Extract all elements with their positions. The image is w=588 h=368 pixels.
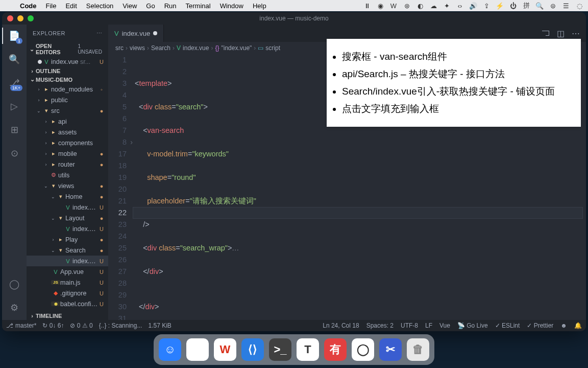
open-editors-section[interactable]: ⌄ OPEN EDITORS 1 UNSAVED [27, 42, 108, 56]
app-name[interactable]: Code [15, 2, 41, 10]
status-prettier[interactable]: ✓ Prettier [527, 322, 553, 329]
tree-item[interactable]: ⌄▾views● [27, 180, 108, 191]
tab-index-vue[interactable]: V index.vue [108, 25, 164, 42]
tray-icon[interactable]: 🔍 [535, 2, 544, 10]
dock-app-icon[interactable]: 有 [324, 338, 347, 361]
status-language[interactable]: Vue [439, 322, 450, 329]
tree-item[interactable]: VApp.vueU [27, 266, 108, 277]
tray-icon[interactable]: ‹› [455, 2, 464, 10]
status-encoding[interactable]: UTF-8 [401, 322, 418, 329]
dock-app-icon[interactable]: T [297, 338, 319, 361]
tray-icon[interactable]: W [389, 2, 398, 10]
dock-app-icon[interactable]: ◯ [352, 338, 374, 361]
split-editor-icon[interactable]: ◫ [557, 29, 565, 38]
timeline-section[interactable]: › TIMELINE [27, 312, 108, 320]
source-control-icon[interactable]: ⎇1K+ [7, 76, 21, 90]
status-eslint[interactable]: ✓ ESLint [495, 322, 520, 329]
project-section[interactable]: ⌄ MUSIC-DEMO [27, 75, 108, 84]
tree-item[interactable]: ›▸Play● [27, 234, 108, 245]
status-sync[interactable]: ↻ 0↓ 6↑ [42, 322, 64, 329]
menu-run[interactable]: Run [160, 2, 181, 10]
minimize-icon[interactable] [17, 15, 23, 21]
dock-app-icon[interactable]: ✂ [379, 338, 402, 361]
tray-icon[interactable]: ✦ [442, 2, 451, 10]
crumb[interactable]: views [130, 44, 145, 52]
tray-icon[interactable]: ☰ [561, 2, 571, 10]
tree-item[interactable]: ›▸mobile● [27, 148, 108, 159]
run-debug-icon[interactable]: ▷ [7, 99, 21, 113]
tray-icon[interactable]: ⚡ [495, 2, 504, 10]
menu-view[interactable]: View [118, 2, 141, 10]
crumb[interactable]: src [115, 44, 124, 52]
tray-icon[interactable]: ⊜ [548, 2, 557, 10]
extensions-icon[interactable]: ⊞ [7, 123, 21, 137]
tray-icon[interactable]: ◌ [575, 2, 584, 10]
dock-app-icon[interactable]: >_ [269, 338, 291, 361]
outline-section[interactable]: › OUTLINE [27, 67, 108, 75]
status-golive[interactable]: 📡 Go Live [457, 322, 488, 329]
crumb[interactable]: script [265, 44, 280, 52]
status-eol[interactable]: LF [425, 322, 432, 329]
tray-icon[interactable]: ⏻ [508, 2, 518, 10]
tree-item[interactable]: ⌄▾Home● [27, 191, 108, 202]
tree-item[interactable]: ›▸router● [27, 159, 108, 170]
tray-icon[interactable]: ◐ [415, 2, 425, 10]
menu-window[interactable]: Window [215, 2, 248, 10]
tree-item[interactable]: ◉babel.config....U [27, 298, 108, 309]
dock-app-icon[interactable]: W [214, 338, 236, 361]
tree-item[interactable]: ›▸assets [27, 127, 108, 137]
account-icon[interactable]: ◯ [7, 277, 21, 291]
status-cursor[interactable]: Ln 24, Col 18 [323, 322, 359, 329]
menu-edit[interactable]: Edit [61, 2, 81, 10]
dock-app-icon[interactable]: ⟨⟩ [241, 338, 264, 361]
zoom-icon[interactable] [28, 15, 34, 21]
tree-item[interactable]: ⌄▾Layout● [27, 213, 108, 223]
sidebar-more-icon[interactable]: ⋯ [96, 30, 103, 37]
dock-app-icon[interactable]: ◎ [186, 338, 209, 361]
tray-icon[interactable]: ⏸ [362, 2, 372, 10]
tree-item[interactable]: ›▸api [27, 116, 108, 127]
dock-app-icon[interactable]: 🗑 [407, 338, 429, 361]
dock-app-icon[interactable]: ☺ [159, 338, 181, 361]
status-branch[interactable]: ⎇ master* [6, 322, 36, 329]
tree-item[interactable]: ◆.gitignoreU [27, 288, 108, 298]
search-icon[interactable]: 🔍 [7, 52, 21, 66]
crumb[interactable]: Search [151, 44, 170, 52]
menu-help[interactable]: Help [248, 2, 271, 10]
status-spaces[interactable]: Spaces: 2 [366, 322, 394, 329]
tray-icon[interactable]: ☁ [429, 2, 438, 10]
menu-go[interactable]: Go [141, 2, 159, 10]
tray-icon[interactable]: 🔊 [469, 2, 478, 10]
tree-item[interactable]: Vindex.vueU [27, 223, 108, 234]
compare-icon[interactable]: ⫎ [542, 29, 550, 38]
tree-item[interactable]: JSmain.jsU [27, 277, 108, 288]
tree-item[interactable]: ⌄▾src● [27, 105, 108, 116]
tree-item[interactable]: ⚙utils [27, 170, 108, 180]
remote-icon[interactable]: ⊙ [7, 146, 21, 160]
status-bell-icon[interactable]: 🔔 [574, 322, 582, 329]
settings-gear-icon[interactable]: ⚙ [7, 301, 21, 315]
tree-item[interactable]: ›▸components [27, 137, 108, 148]
close-icon[interactable] [7, 15, 13, 21]
tree-item[interactable]: Vindex.vueU [27, 202, 108, 213]
status-feedback-icon[interactable]: ☻ [560, 322, 567, 329]
tree-item[interactable]: Vindex.vueU [27, 256, 108, 266]
tray-icon[interactable]: ⇪ [482, 2, 491, 10]
tray-icon[interactable]: ◉ [376, 2, 385, 10]
crumb[interactable]: "index.vue" [221, 44, 252, 52]
open-editor-item[interactable]: V index.vue sr... U [27, 56, 108, 67]
tree-item[interactable]: ›▸public [27, 95, 108, 105]
status-problems[interactable]: ⊘ 0 ⚠ 0 [70, 322, 92, 329]
crumb[interactable]: index.vue [183, 44, 209, 52]
menu-selection[interactable]: Selection [82, 2, 118, 10]
tree-item[interactable]: ›▸node_modules◦ [27, 84, 108, 95]
section-label: OUTLINE [36, 68, 60, 74]
tray-icon[interactable]: 拼 [522, 1, 531, 10]
tray-icon[interactable]: ⊛ [402, 2, 411, 10]
menu-terminal[interactable]: Terminal [181, 2, 215, 10]
tree-item[interactable]: ⌄▾Search● [27, 245, 108, 256]
explorer-icon[interactable]: 📄1 [7, 29, 21, 43]
menu-file[interactable]: File [41, 2, 61, 10]
more-icon[interactable]: ⋯ [572, 29, 580, 38]
status-scan[interactable]: {..} : Scanning... [99, 322, 142, 329]
